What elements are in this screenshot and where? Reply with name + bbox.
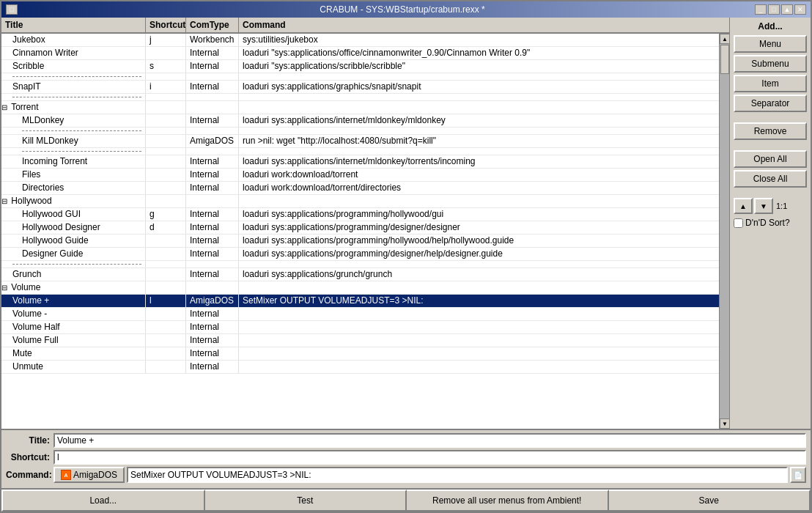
- row-shortcut: [146, 308, 186, 320]
- table-row[interactable]: [1, 128, 719, 135]
- table-row[interactable]: [1, 261, 719, 268]
- row-comtype: Internal: [186, 182, 239, 194]
- row-title: Directories: [22, 182, 64, 193]
- load-button[interactable]: Load...: [1, 490, 205, 512]
- dnd-sort-label: D'n'D Sort?: [745, 218, 790, 228]
- row-comtype: Internal: [186, 334, 239, 347]
- table-row[interactable]: Incoming Torrent Internal loaduri sys:ap…: [1, 155, 719, 169]
- row-command: loaduri sys:applications/internet/mldonk…: [239, 155, 719, 168]
- table-row[interactable]: Hollywood Guide Internal loaduri sys:app…: [1, 235, 719, 248]
- row-comtype: Internal: [186, 268, 239, 281]
- row-title: Volume: [11, 282, 40, 292]
- remove-all-button[interactable]: Remove all user menus from Ambient!: [407, 490, 609, 512]
- table-row[interactable]: Cinnamon Writer Internal loaduri "sys:ap…: [1, 47, 719, 60]
- table-row[interactable]: Directories Internal loaduri work:downlo…: [1, 182, 719, 195]
- maximize-icon[interactable]: ▲: [781, 4, 793, 15]
- scroll-thumb[interactable]: [720, 45, 729, 74]
- scroll-down-arrow[interactable]: ▼: [720, 418, 729, 429]
- row-shortcut: l: [146, 295, 186, 307]
- row-command: [239, 281, 719, 294]
- row-shortcut: [146, 361, 186, 373]
- table-row[interactable]: Mute Internal: [1, 347, 719, 361]
- shortcut-field-row: Shortcut:: [6, 450, 806, 465]
- item-button[interactable]: Item: [734, 75, 807, 92]
- row-title: Kill MLDonkey: [22, 136, 78, 146]
- table-row[interactable]: Volume Full Internal: [1, 334, 719, 347]
- row-comtype: Internal: [186, 361, 239, 373]
- row-title: Jukebox: [12, 34, 45, 45]
- tree-expand-icon[interactable]: ⊟: [1, 197, 7, 205]
- row-comtype: [186, 195, 239, 207]
- table-row[interactable]: Kill MLDonkey AmigaDOS run >nil: wget "h…: [1, 135, 719, 148]
- table-row[interactable]: Unmute Internal: [1, 361, 719, 374]
- table-row[interactable]: ⊟ Torrent: [1, 101, 719, 114]
- row-comtype: Internal: [186, 169, 239, 181]
- title-field-input[interactable]: [53, 433, 806, 448]
- table-row[interactable]: Hollywood Designer d Internal loaduri sy…: [1, 221, 719, 235]
- down-arrow-btn[interactable]: ▼: [754, 198, 773, 214]
- row-command: sys:utilities/jukebox: [239, 34, 719, 46]
- table-row[interactable]: Jukebox j Workbench sys:utilities/jukebo…: [1, 34, 719, 47]
- menu-button[interactable]: Menu: [734, 35, 807, 53]
- row-comtype: Internal: [186, 321, 239, 333]
- scroll-track[interactable]: [720, 44, 729, 418]
- row-shortcut: [146, 155, 186, 168]
- scrollbar[interactable]: ▲ ▼: [719, 34, 729, 429]
- table-row[interactable]: Volume Half Internal: [1, 321, 719, 334]
- tree-expand-icon[interactable]: ⊟: [1, 103, 7, 111]
- row-command: [239, 101, 719, 114]
- row-comtype: Internal: [186, 60, 239, 73]
- scroll-up-arrow[interactable]: ▲: [720, 34, 729, 44]
- close-icon[interactable]: ✕: [794, 4, 806, 15]
- submenu-button[interactable]: Submenu: [734, 55, 807, 73]
- up-arrow-btn[interactable]: ▲: [734, 198, 753, 214]
- dnd-sort-checkbox[interactable]: [734, 218, 743, 228]
- save-button[interactable]: Save: [609, 490, 811, 512]
- doc-button[interactable]: 📄: [790, 467, 806, 483]
- command-field-label: Command:: [6, 470, 53, 480]
- table-row[interactable]: Volume + l AmigaDOS SetMixer OUTPUT VOLU…: [1, 295, 719, 308]
- row-shortcut: [146, 321, 186, 333]
- row-shortcut: [146, 101, 186, 114]
- remove-button[interactable]: Remove: [734, 122, 807, 140]
- row-title: Volume +: [12, 295, 49, 306]
- minimize-icon[interactable]: _: [755, 4, 767, 15]
- tree-body[interactable]: Jukebox j Workbench sys:utilities/jukebo…: [1, 34, 719, 429]
- row-command: [239, 321, 719, 333]
- table-row[interactable]: [1, 148, 719, 155]
- tree-expand-icon[interactable]: ⊟: [1, 284, 7, 292]
- row-comtype: Internal: [186, 235, 239, 247]
- row-command: loaduri sys:applications/programming/des…: [239, 221, 719, 234]
- up-down-controls: ▲ ▼ 1:1: [734, 198, 807, 214]
- titlebar: □ CRABUM - SYS:WBStartup/crabum.rexx * _…: [1, 1, 811, 18]
- row-command: loaduri sys:applications/graphics/snapit…: [239, 81, 719, 93]
- table-row[interactable]: Hollywood GUI g Internal loaduri sys:app…: [1, 208, 719, 221]
- table-row[interactable]: [1, 94, 719, 101]
- row-shortcut: [146, 195, 186, 207]
- restore-icon[interactable]: □: [768, 4, 780, 15]
- table-row[interactable]: [1, 73, 719, 81]
- table-row[interactable]: Grunch Internal loaduri sys:applications…: [1, 268, 719, 281]
- table-row[interactable]: ⊟ Volume: [1, 281, 719, 295]
- command-input-field[interactable]: [127, 467, 788, 483]
- main-window: □ CRABUM - SYS:WBStartup/crabum.rexx * _…: [0, 0, 812, 513]
- separator-button[interactable]: Separator: [734, 95, 807, 112]
- close-all-button[interactable]: Close All: [734, 170, 807, 188]
- command-type-button[interactable]: A AmigaDOS: [53, 467, 125, 483]
- table-row[interactable]: Volume - Internal: [1, 308, 719, 321]
- row-shortcut: [146, 169, 186, 181]
- table-row[interactable]: MLDonkey Internal loaduri sys:applicatio…: [1, 114, 719, 128]
- row-title: Hollywood Designer: [22, 222, 100, 232]
- tree-panel: Title Shortcut ComType Command Jukebox j…: [1, 18, 730, 429]
- col-header-title: Title: [1, 18, 146, 32]
- test-button[interactable]: Test: [205, 490, 407, 512]
- table-row[interactable]: Files Internal loaduri work:download/tor…: [1, 169, 719, 182]
- row-shortcut: j: [146, 34, 186, 46]
- shortcut-field-input[interactable]: [53, 450, 806, 465]
- table-row[interactable]: Designer Guide Internal loaduri sys:appl…: [1, 248, 719, 261]
- table-row[interactable]: Scribble s Internal loaduri "sys:applica…: [1, 60, 719, 73]
- open-all-button[interactable]: Open All: [734, 150, 807, 168]
- close-btn[interactable]: □: [6, 4, 18, 15]
- table-row[interactable]: SnapIT i Internal loaduri sys:applicatio…: [1, 81, 719, 94]
- table-row[interactable]: ⊟ Hollywood: [1, 195, 719, 208]
